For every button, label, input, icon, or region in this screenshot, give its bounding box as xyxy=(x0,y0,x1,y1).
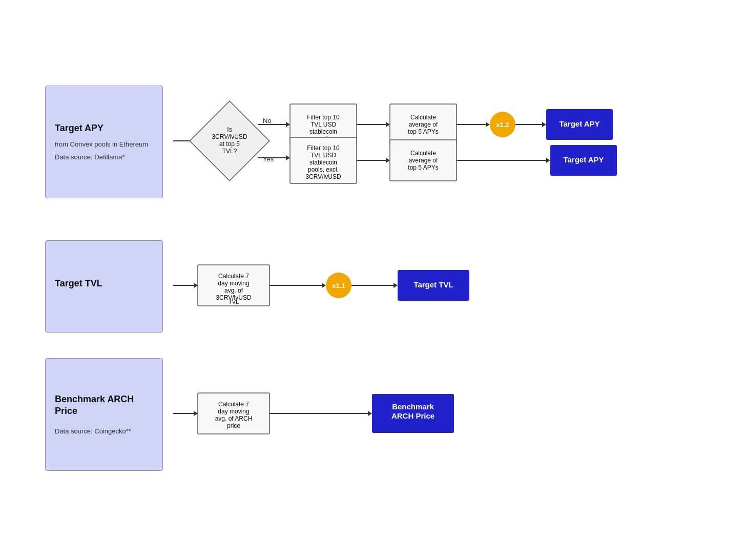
svg-text:avg. of: avg. of xyxy=(224,287,243,294)
label-box-target-apy: Target APY from Convex pools in Ethereum… xyxy=(45,86,163,198)
section-target-tvl: Target TVL Calculate 7 day moving avg. o… xyxy=(45,240,701,333)
svg-marker-31 xyxy=(286,155,290,160)
target-apy-title: Target APY xyxy=(55,122,153,134)
label-box-benchmark: Benchmark ARCH Price Data source: Coinge… xyxy=(45,358,163,471)
svg-text:TVL USD: TVL USD xyxy=(310,121,337,128)
svg-marker-26 xyxy=(542,122,546,127)
svg-text:Yes: Yes xyxy=(263,155,274,163)
svg-text:stablecoin: stablecoin xyxy=(309,159,337,166)
svg-marker-9 xyxy=(286,122,290,127)
svg-text:TVL: TVL xyxy=(229,299,239,305)
svg-text:3CRV/lvUSD: 3CRV/lvUSD xyxy=(305,173,341,180)
svg-marker-16 xyxy=(386,122,390,127)
benchmark-datasource: Data source: Coingecko** xyxy=(55,427,153,435)
flow-svg-arch: Calculate 7 day moving avg. of ARCH pric… xyxy=(173,383,634,444)
svg-text:price: price xyxy=(227,422,240,429)
svg-text:pools, excl.: pools, excl. xyxy=(308,166,339,173)
svg-text:No: No xyxy=(263,117,272,125)
section-target-apy: Target APY from Convex pools in Ethereum… xyxy=(45,69,701,215)
svg-text:x1.1: x1.1 xyxy=(332,282,345,289)
svg-text:stablecoin: stablecoin xyxy=(309,128,337,135)
section-benchmark-arch: Benchmark ARCH Price Data source: Coinge… xyxy=(45,358,701,471)
svg-marker-49 xyxy=(194,283,198,288)
benchmark-title: Benchmark ARCH Price xyxy=(55,393,153,418)
svg-text:Benchmark: Benchmark xyxy=(392,402,434,411)
svg-text:average of: average of xyxy=(409,157,438,164)
svg-text:3CRV/lvUSD: 3CRV/lvUSD xyxy=(212,133,247,140)
svg-text:TVL USD: TVL USD xyxy=(310,152,337,159)
target-apy-datasource: Data source: Defillama* xyxy=(55,153,153,161)
svg-marker-61 xyxy=(393,283,398,288)
flow-svg-apy: Is 3CRV/lvUSD at top 5 TVL? No Filter to… xyxy=(173,69,711,213)
svg-text:Filter top 10: Filter top 10 xyxy=(307,144,340,152)
svg-text:day moving: day moving xyxy=(218,408,249,415)
svg-text:TVL?: TVL? xyxy=(222,148,237,155)
svg-text:Calculate 7: Calculate 7 xyxy=(218,273,249,280)
svg-text:average of: average of xyxy=(409,121,438,128)
svg-text:Target APY: Target APY xyxy=(559,119,599,128)
target-apy-subtitle: from Convex pools in Ethereum xyxy=(55,140,153,149)
diagram: Target APY from Convex pools in Ethereum… xyxy=(25,54,721,507)
svg-text:at top 5: at top 5 xyxy=(219,140,240,148)
svg-text:top 5 APYs: top 5 APYs xyxy=(408,164,438,171)
svg-text:Calculate 7: Calculate 7 xyxy=(218,401,249,408)
svg-marker-22 xyxy=(486,122,490,127)
svg-marker-65 xyxy=(194,411,198,416)
svg-text:Calculate: Calculate xyxy=(410,114,436,121)
svg-text:Target TVL: Target TVL xyxy=(413,280,453,289)
svg-text:avg. of ARCH: avg. of ARCH xyxy=(215,415,253,422)
svg-text:Calculate: Calculate xyxy=(410,150,436,157)
svg-text:day moving: day moving xyxy=(218,280,249,287)
svg-text:Target APY: Target APY xyxy=(563,155,604,164)
svg-marker-45 xyxy=(546,158,550,163)
svg-text:top 5 APYs: top 5 APYs xyxy=(408,128,438,135)
label-box-target-tvl: Target TVL xyxy=(45,240,163,333)
svg-text:x1.2: x1.2 xyxy=(496,121,509,129)
target-tvl-title: Target TVL xyxy=(55,278,153,289)
svg-text:Filter top 10: Filter top 10 xyxy=(307,114,340,121)
svg-text:ARCH Price: ARCH Price xyxy=(391,411,434,420)
svg-marker-72 xyxy=(368,411,372,416)
svg-text:Is: Is xyxy=(227,126,232,133)
svg-marker-57 xyxy=(322,283,326,288)
svg-marker-39 xyxy=(386,158,390,163)
flow-svg-tvl: Calculate 7 day moving avg. of 3CRV/lvUS… xyxy=(173,255,634,316)
